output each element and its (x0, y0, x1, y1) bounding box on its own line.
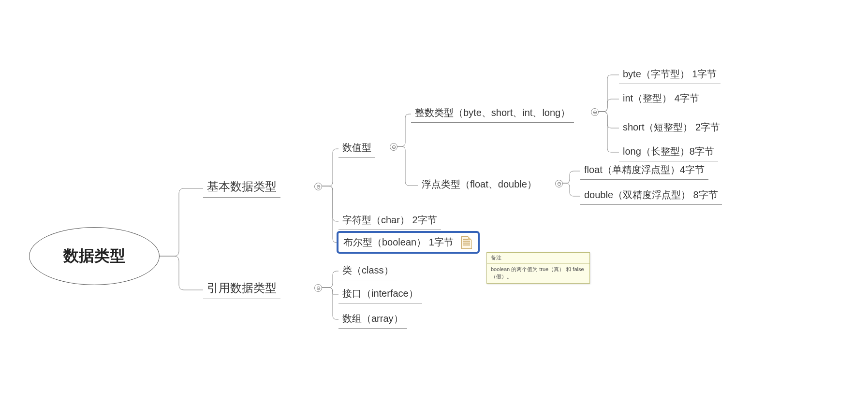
node-array[interactable]: 数组（array） (338, 310, 407, 329)
node-byte[interactable]: byte（字节型） 1字节 (619, 66, 721, 84)
note-icon[interactable] (461, 236, 472, 249)
node-long[interactable]: long（长整型）8字节 (619, 143, 718, 161)
node-float-group-label: 浮点类型（float、double） (422, 179, 537, 189)
toggle-reference[interactable]: ⊖ (314, 284, 322, 292)
node-float-group[interactable]: 浮点类型（float、double） (418, 176, 541, 194)
node-interface-label: 接口（interface） (342, 288, 418, 299)
toggle-float[interactable]: ⊖ (555, 180, 563, 187)
node-boolean[interactable]: 布尔型（boolean） 1字节 (337, 231, 480, 254)
node-root[interactable]: 数据类型 (29, 227, 160, 285)
toggle-numeric[interactable]: ⊖ (390, 143, 397, 151)
tooltip-title: 备注 (487, 253, 589, 264)
node-short-label: short（短整型） 2字节 (623, 122, 720, 132)
node-basic[interactable]: 基本数据类型 (203, 177, 280, 198)
node-int-label: int（整型） 4字节 (623, 93, 699, 103)
node-boolean-label: 布尔型（boolean） 1字节 (343, 237, 454, 247)
node-long-label: long（长整型）8字节 (623, 146, 714, 157)
node-interface[interactable]: 接口（interface） (338, 285, 422, 303)
node-double[interactable]: double（双精度浮点型） 8字节 (580, 187, 722, 205)
node-root-label: 数据类型 (63, 245, 125, 267)
toggle-integer[interactable]: ⊖ (591, 108, 599, 116)
node-float-label: float（单精度浮点型）4字节 (584, 164, 705, 175)
node-int[interactable]: int（整型） 4字节 (619, 90, 703, 108)
node-reference-label: 引用数据类型 (207, 281, 277, 294)
node-float[interactable]: float（单精度浮点型）4字节 (580, 161, 708, 180)
node-basic-label: 基本数据类型 (207, 180, 277, 193)
node-char[interactable]: 字符型（char） 2字节 (338, 212, 441, 230)
node-numeric[interactable]: 数值型 (338, 139, 375, 158)
node-integer[interactable]: 整数类型（byte、short、int、long） (411, 104, 574, 123)
node-reference[interactable]: 引用数据类型 (203, 278, 280, 299)
node-double-label: double（双精度浮点型） 8字节 (584, 189, 718, 200)
node-integer-label: 整数类型（byte、short、int、long） (415, 107, 570, 118)
mindmap-connectors (0, 0, 868, 403)
node-array-label: 数组（array） (342, 313, 403, 324)
tooltip-body: boolean 的两个值为 true（真） 和 false（假）。 (487, 264, 589, 283)
node-class-label: 类（class） (342, 265, 394, 275)
node-byte-label: byte（字节型） 1字节 (623, 69, 717, 79)
note-tooltip: 备注 boolean 的两个值为 true（真） 和 false（假）。 (486, 252, 590, 284)
toggle-basic[interactable]: ⊖ (314, 183, 322, 190)
node-short[interactable]: short（短整型） 2字节 (619, 119, 724, 137)
node-numeric-label: 数值型 (342, 142, 371, 153)
node-char-label: 字符型（char） 2字节 (342, 215, 437, 225)
node-class[interactable]: 类（class） (338, 262, 397, 280)
